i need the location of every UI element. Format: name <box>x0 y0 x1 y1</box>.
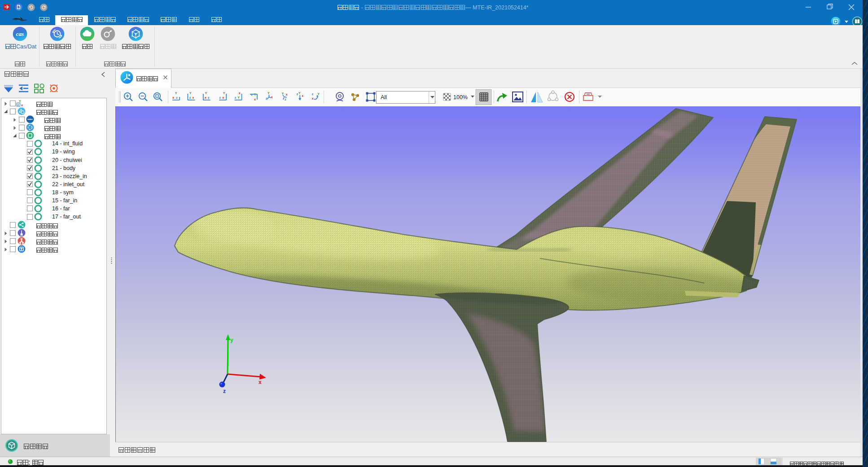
svg-text:z: z <box>235 96 237 99</box>
svg-text:y: y <box>230 337 233 343</box>
svg-text:x: x <box>192 96 194 99</box>
svg-text:All: All <box>381 94 387 100</box>
svg-text:x: x <box>239 92 241 95</box>
svg-text:z: z <box>208 96 210 99</box>
svg-text:z: z <box>18 103 19 106</box>
svg-text:x: x <box>302 94 303 97</box>
svg-text:Y: Y <box>19 100 21 103</box>
svg-text:x: x <box>286 93 288 96</box>
svg-text:z: z <box>312 92 314 96</box>
svg-text:Y: Y <box>189 92 192 95</box>
svg-text:Y: Y <box>267 92 270 95</box>
svg-text:z: z <box>266 97 267 100</box>
svg-text:x: x <box>172 96 174 99</box>
svg-text:Y: Y <box>205 92 207 95</box>
svg-text:Y: Y <box>223 92 225 95</box>
svg-text:z: z <box>176 96 178 99</box>
svg-text:z: z <box>223 388 226 394</box>
svg-text:x: x <box>259 379 262 385</box>
svg-text:x: x <box>312 97 314 100</box>
svg-text:x: x <box>222 96 224 99</box>
svg-text:Y: Y <box>317 92 320 96</box>
svg-text:Y: Y <box>237 96 240 99</box>
svg-text:z: z <box>296 92 298 96</box>
svg-text:Y: Y <box>298 92 301 95</box>
svg-text:z: z <box>219 96 221 99</box>
svg-text:cas: cas <box>16 31 24 37</box>
svg-text:x: x <box>205 96 206 99</box>
svg-text:x: x <box>254 98 256 101</box>
svg-text:x: x <box>271 96 272 99</box>
svg-text:z: z <box>285 98 286 101</box>
svg-text:Y: Y <box>175 92 177 95</box>
svg-text:z: z <box>189 96 191 99</box>
svg-text:x: x <box>21 104 23 107</box>
svg-text:100%: 100% <box>453 94 468 100</box>
svg-text:Y: Y <box>281 92 284 95</box>
